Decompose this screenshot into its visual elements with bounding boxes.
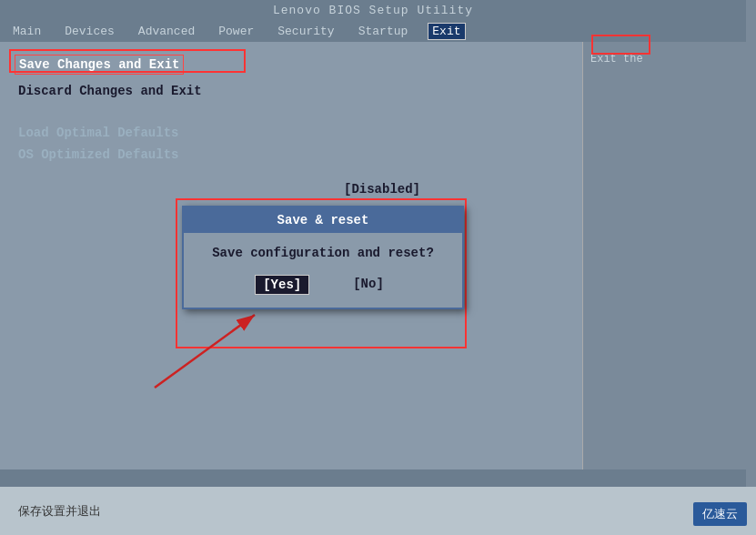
menu-discard-changes-exit[interactable]: Discard Changes and Exit [15,82,568,100]
dialog-buttons: [Yes] [No] [198,275,448,295]
nav-advanced[interactable]: Advanced [135,24,198,39]
nav-devices[interactable]: Devices [61,24,118,39]
menu-os-optimized[interactable]: OS Optimized Defaults [15,146,568,164]
dialog-title: Save & reset [184,207,462,233]
right-panel-text: Exit the [590,51,739,67]
os-optimized-value: [Disabled] [197,182,568,197]
watermark: 亿速云 [693,502,747,526]
bios-title: Lenovo BIOS Setup Utility [273,4,473,17]
bios-right-panel: Exit the [582,42,746,469]
dialog-yes-button[interactable]: [Yes] [255,275,309,295]
bottom-bar: 保存设置并退出 [0,487,756,535]
save-reset-dialog: Save & reset Save configuration and rese… [182,206,464,309]
bios-left-panel: Save Changes and Exit Discard Changes an… [0,42,582,469]
bios-content: Save Changes and Exit Discard Changes an… [0,42,746,469]
nav-exit[interactable]: Exit [428,23,465,40]
annotation-label: 保存设置并退出 [18,503,101,520]
nav-startup[interactable]: Startup [355,24,412,39]
nav-main[interactable]: Main [9,24,45,39]
dialog-no-button[interactable]: [No] [346,275,391,295]
menu-save-changes-exit[interactable]: Save Changes and Exit [15,55,184,75]
menu-load-optimal[interactable]: Load Optimal Defaults [15,124,568,142]
svg-line-1 [155,315,255,388]
bios-screen: Lenovo BIOS Setup Utility Main Devices A… [0,0,746,487]
nav-power[interactable]: Power [215,24,257,39]
dialog-message: Save configuration and reset? [198,246,448,260]
dialog-body: Save configuration and reset? [Yes] [No] [184,233,462,308]
bios-title-bar: Lenovo BIOS Setup Utility [0,0,746,21]
screenshot-wrapper: Lenovo BIOS Setup Utility Main Devices A… [0,0,756,535]
bios-nav: Main Devices Advanced Power Security Sta… [0,21,746,42]
nav-security[interactable]: Security [274,24,338,39]
